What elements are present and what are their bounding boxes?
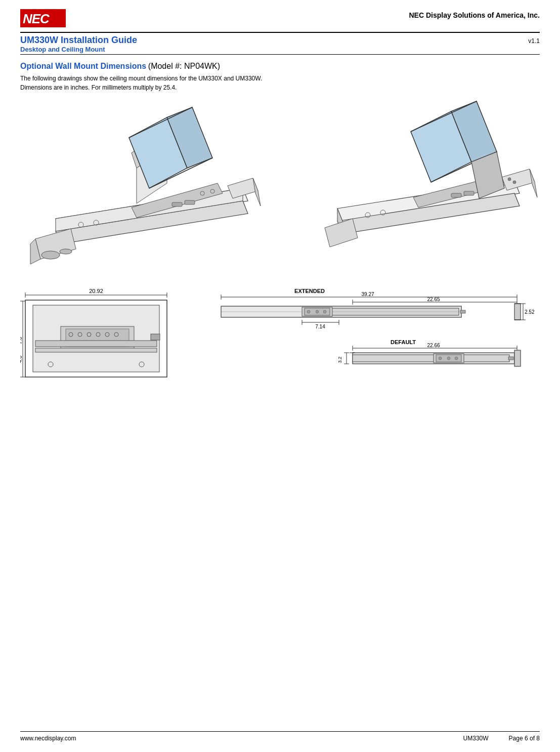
svg-rect-38 xyxy=(451,193,461,197)
nec-logo: NEC xyxy=(20,9,66,30)
svg-point-104 xyxy=(439,357,442,360)
header: NEC NEC Display Solutions of America, In… xyxy=(20,9,540,33)
bottom-diagrams: 20.92 7.6 4.6 xyxy=(20,286,540,399)
right-perspective-svg xyxy=(317,97,540,274)
svg-text:EXTENDED: EXTENDED xyxy=(294,288,325,294)
version: v1.1 xyxy=(528,37,540,45)
svg-point-105 xyxy=(447,357,450,360)
right-technical-diagrams: EXTENDED 39.27 22.65 xyxy=(216,286,540,399)
desc-line1: The following drawings show the ceiling … xyxy=(20,74,540,83)
doc-subtitle: Desktop and Ceiling Mount xyxy=(20,46,137,53)
svg-point-40 xyxy=(508,178,511,181)
left-perspective-diagram xyxy=(20,97,268,276)
footer: www.necdisplay.com UM330W Page 6 of 8 xyxy=(20,731,540,742)
svg-marker-30 xyxy=(325,219,358,247)
right-perspective-diagram xyxy=(317,97,540,276)
svg-rect-21 xyxy=(185,200,195,204)
svg-text:39.27: 39.27 xyxy=(361,291,374,297)
svg-rect-108 xyxy=(514,350,521,366)
svg-text:7.14: 7.14 xyxy=(315,324,325,329)
page: NEC NEC Display Solutions of America, In… xyxy=(0,0,560,752)
svg-rect-62 xyxy=(35,348,157,352)
svg-text:22.65: 22.65 xyxy=(427,297,440,302)
svg-rect-83 xyxy=(514,304,521,320)
svg-text:4.6: 4.6 xyxy=(20,356,23,363)
section-title: Optional Wall Mount Dimensions xyxy=(20,62,146,70)
svg-marker-28 xyxy=(502,169,535,190)
footer-right: UM330W Page 6 of 8 xyxy=(463,735,540,742)
svg-point-41 xyxy=(513,181,516,184)
svg-rect-107 xyxy=(508,357,513,360)
svg-text:3.2: 3.2 xyxy=(337,357,342,363)
section-header: Optional Wall Mount Dimensions (Model #:… xyxy=(20,62,540,71)
diagrams-area: 20.92 7.6 4.6 xyxy=(20,97,540,399)
svg-point-81 xyxy=(316,310,319,313)
section-model: (Model #: NP04WK) xyxy=(148,62,220,70)
svg-rect-86 xyxy=(460,310,465,313)
svg-point-22 xyxy=(41,251,60,259)
desc-line2: Dimensions are in inches. For millimeter… xyxy=(20,83,540,92)
svg-text:20.92: 20.92 xyxy=(89,288,103,294)
svg-text:7.6: 7.6 xyxy=(20,337,23,344)
svg-text:NEC: NEC xyxy=(23,11,50,26)
doc-title: UM330W Installation Guide xyxy=(20,35,137,46)
left-perspective-svg xyxy=(20,97,268,274)
subheader: UM330W Installation Guide Desktop and Ce… xyxy=(20,35,540,55)
svg-point-80 xyxy=(307,310,310,313)
svg-rect-101 xyxy=(353,355,509,362)
svg-rect-63 xyxy=(151,334,160,340)
svg-point-23 xyxy=(60,249,72,254)
company-name: NEC Display Solutions of America, Inc. xyxy=(409,9,540,19)
footer-page: Page 6 of 8 xyxy=(509,735,540,742)
svg-point-82 xyxy=(323,310,326,313)
right-tech-svg: EXTENDED 39.27 22.65 xyxy=(216,286,540,397)
footer-model: UM330W xyxy=(463,735,489,742)
svg-text:DEFAULT: DEFAULT xyxy=(391,339,416,345)
footer-website: www.necdisplay.com xyxy=(20,735,76,742)
title-block: UM330W Installation Guide Desktop and Ce… xyxy=(20,35,137,53)
svg-rect-61 xyxy=(35,341,157,347)
description: The following drawings show the ceiling … xyxy=(20,74,540,92)
svg-text:2.52: 2.52 xyxy=(525,309,535,315)
front-view-svg: 20.92 7.6 4.6 xyxy=(20,286,177,397)
svg-point-106 xyxy=(455,357,458,360)
top-diagrams xyxy=(20,97,540,276)
svg-rect-20 xyxy=(172,202,182,206)
front-view-diagram: 20.92 7.6 4.6 xyxy=(20,286,177,399)
svg-rect-39 xyxy=(464,191,474,195)
svg-text:22.66: 22.66 xyxy=(427,343,440,348)
